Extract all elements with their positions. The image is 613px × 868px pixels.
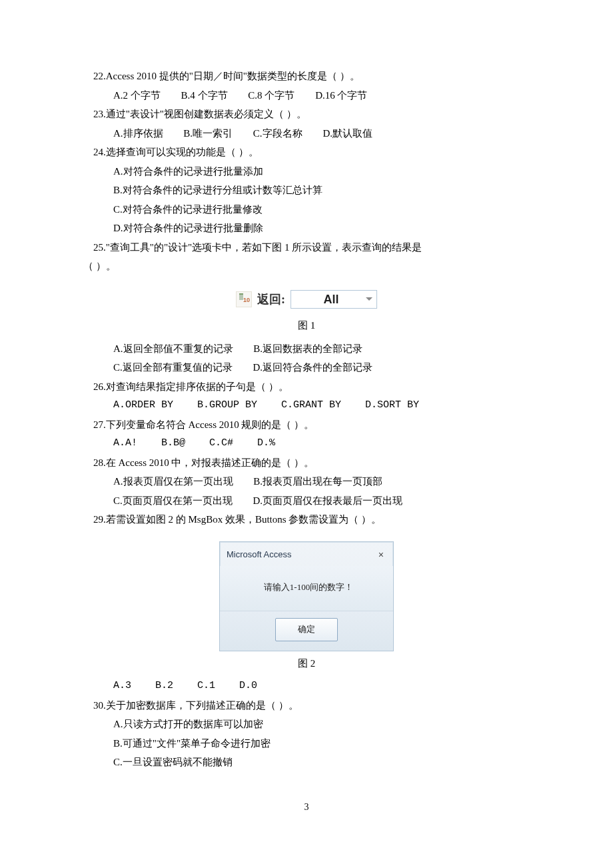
q22-b: B.4 个字节 [181,90,228,101]
q23-c: C.字段名称 [253,128,303,139]
q22-a: A.2 个字节 [113,90,161,101]
q26-d: D.SORT BY [365,399,419,411]
msgbox-dialog: Microsoft Access × 请输入1-100间的数字！ 确定 [219,541,394,651]
question-27: 27.下列变量命名符合 Access 2010 规则的是（ ）。 [93,415,520,435]
q27-b: B.B@ [161,437,185,449]
question-22: 22.Access 2010 提供的"日期／时间"数据类型的长度是（ ）。 [93,67,520,86]
q30-b: B.可通过"文件"菜单子命令进行加密 [93,734,520,753]
q29-b: B.2 [155,680,173,691]
chevron-down-icon [366,297,372,301]
q28-b: B.报表页眉出现在每一页顶部 [253,476,382,487]
return-combobox-value: All [297,288,366,311]
figure-2-caption: 图 2 [93,654,520,673]
question-30: 30.关于加密数据库，下列描述正确的是（ ）。 [93,696,520,715]
q28-c: C.页面页眉仅在第一页出现 [113,495,233,506]
return-icon [236,291,252,307]
q25-c: C.返回全部有重复值的记录 [113,362,233,373]
question-29: 29.若需设置如图 2 的 MsgBox 效果，Buttons 参数需设置为（ … [93,510,520,529]
q22-c: C.8 个字节 [248,90,295,101]
exam-page: 22.Access 2010 提供的"日期／时间"数据类型的长度是（ ）。 A.… [0,0,613,859]
q23-options: A.排序依据 B.唯一索引 C.字段名称 D.默认取值 [93,124,520,143]
fig1-container: 返回: All [236,288,377,311]
q25-options-row2: C.返回全部有重复值的记录 D.返回符合条件的全部记录 [93,358,520,377]
q28-options-row1: A.报表页眉仅在第一页出现 B.报表页眉出现在每一页顶部 [93,472,520,491]
q28-a: A.报表页眉仅在第一页出现 [113,476,233,487]
close-icon[interactable]: × [376,546,386,564]
q26-c: C.GRANT BY [281,399,341,411]
q28-d: D.页面页眉仅在报表最后一页出现 [253,495,403,506]
q25-d: D.返回符合条件的全部记录 [253,362,373,373]
question-24: 24.选择查询可以实现的功能是（ ）。 [93,143,520,162]
ok-button[interactable]: 确定 [275,618,338,641]
q30-c: C.一旦设置密码就不能撤销 [93,753,520,772]
q24-a: A.对符合条件的记录进行批量添加 [93,162,520,181]
q27-options: A.A! B.B@ C.C# D.% [93,434,520,453]
q29-c: C.1 [197,680,215,691]
q24-b: B.对符合条件的记录进行分组或计数等汇总计算 [93,181,520,200]
q29-d: D.0 [239,680,257,691]
q28-options-row2: C.页面页眉仅在第一页出现 D.页面页眉仅在报表最后一页出现 [93,491,520,511]
q26-b: B.GROUP BY [197,399,257,411]
msgbox-body: 请输入1-100间的数字！ [220,566,393,611]
q27-d: D.% [257,437,275,449]
figure-1: 返回: All [93,288,520,314]
q29-a: A.3 [113,680,131,691]
q27-c: C.C# [209,437,233,449]
question-23: 23.通过"表设计"视图创建数据表必须定义（ ）。 [93,105,520,124]
question-26: 26.对查询结果指定排序依据的子句是（ ）。 [93,377,520,397]
question-25-line2: （ ）。 [83,257,520,276]
return-combobox[interactable]: All [291,290,377,309]
q22-d: D.16 个字节 [315,90,367,101]
q23-b: B.唯一索引 [183,128,233,139]
q26-options: A.ORDER BY B.GROUP BY C.GRANT BY D.SORT … [93,396,520,415]
msgbox-titlebar: Microsoft Access × [220,542,393,567]
msgbox-title: Microsoft Access [227,547,292,563]
q22-options: A.2 个字节 B.4 个字节 C.8 个字节 D.16 个字节 [93,86,520,105]
q24-c: C.对符合条件的记录进行批量修改 [93,200,520,219]
figure-2: Microsoft Access × 请输入1-100间的数字！ 确定 [93,541,520,651]
figure-1-caption: 图 1 [93,316,520,335]
q25-b: B.返回数据表的全部记录 [253,343,362,354]
page-number: 3 [93,799,520,817]
q30-a: A.只读方式打开的数据库可以加密 [93,715,520,734]
q29-options: A.3 B.2 C.1 D.0 [93,677,520,696]
msgbox-footer: 确定 [220,611,393,651]
question-28: 28.在 Access 2010 中，对报表描述正确的是（ ）。 [93,453,520,473]
q27-a: A.A! [113,437,137,449]
fig1-return-label: 返回: [257,288,285,311]
q25-a: A.返回全部值不重复的记录 [113,343,233,354]
q24-d: D.对符合条件的记录进行批量删除 [93,219,520,238]
question-25-line1: 25."查询工具"的"设计"选项卡中，若如下图 1 所示设置，表示查询的结果是 [93,238,520,257]
q23-d: D.默认取值 [322,128,372,139]
q23-a: A.排序依据 [113,128,163,139]
q26-a: A.ORDER BY [113,399,173,411]
q25-options-row1: A.返回全部值不重复的记录 B.返回数据表的全部记录 [93,339,520,359]
